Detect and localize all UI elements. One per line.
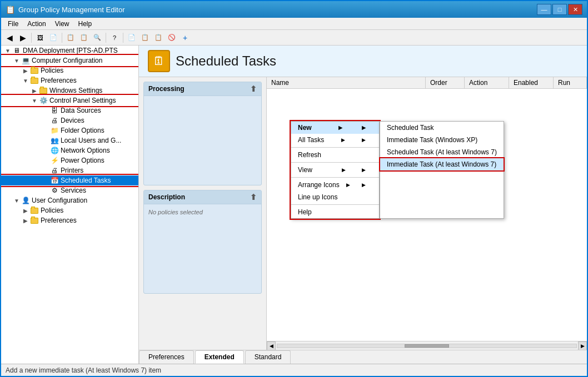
file-button-3[interactable]: 📋 — [152, 32, 165, 44]
menu-action[interactable]: Action — [23, 19, 50, 29]
ctx-arrange-label: Arrange Icons — [298, 181, 340, 189]
tree-services[interactable]: ⚙ Services — [1, 185, 138, 195]
description-text: No policies selected — [148, 209, 203, 215]
policies-2-icon — [30, 206, 39, 215]
description-collapse-btn[interactable]: ⬆ — [250, 193, 257, 202]
paste-button[interactable]: 📋 — [78, 32, 90, 44]
tab-extended[interactable]: Extended — [195, 350, 244, 364]
ctx-sep-2 — [291, 162, 379, 163]
back-button[interactable]: ◀ — [3, 32, 16, 44]
hscroll-left-btn[interactable]: ◀ — [267, 341, 276, 350]
preferences-1-expand-icon[interactable]: ▼ — [21, 78, 30, 84]
minimize-button[interactable]: — — [537, 4, 551, 15]
policies-2-expand-icon[interactable]: ▶ — [21, 208, 30, 214]
search-button[interactable]: 🔍 — [91, 32, 103, 44]
horizontal-scrollbar[interactable]: ◀ ▶ — [267, 341, 587, 350]
help-button[interactable]: ? — [108, 32, 121, 44]
tree-preferences-1[interactable]: ▼ Preferences — [1, 76, 138, 86]
power-options-icon: ⚡ — [50, 156, 59, 165]
tree-network-options[interactable]: 🌐 Network Options — [1, 145, 138, 155]
ctx-sep-1 — [291, 147, 379, 148]
root-expand-icon[interactable]: ▼ — [3, 48, 12, 54]
file-button-2[interactable]: 📋 — [139, 32, 151, 44]
ctx-view-label: View — [298, 166, 312, 174]
control-panel-expand-icon[interactable]: ▼ — [30, 98, 39, 104]
preferences-2-expand-icon[interactable]: ▶ — [21, 218, 30, 224]
description-box-header: Description ⬆ — [144, 190, 261, 204]
submenu-immediate-xp[interactable]: Immediate Task (Windows XP) — [380, 134, 504, 146]
menu-file[interactable]: File — [3, 19, 23, 29]
ctx-arrange[interactable]: Arrange Icons ▶ — [291, 179, 379, 191]
tree-network-options-label: Network Options — [61, 147, 110, 154]
tree-control-panel[interactable]: ▼ ⚙️ Control Panel Settings — [1, 95, 138, 105]
processing-box-header: Processing ⬆ — [144, 82, 261, 96]
tree-root-label: DMA Deployment [PTS-AD.PTS — [23, 47, 118, 54]
file-button-1[interactable]: 📄 — [126, 32, 138, 44]
new-window-button[interactable]: 📄 — [47, 32, 59, 44]
processing-collapse-btn[interactable]: ⬆ — [250, 84, 257, 93]
tree-user-config[interactable]: ▼ 👤 User Configuration — [1, 195, 138, 205]
hscroll-track[interactable] — [277, 344, 577, 348]
hscroll-thumb[interactable] — [405, 344, 449, 348]
preferences-1-icon — [30, 76, 39, 85]
ctx-all-tasks[interactable]: All Tasks ▶ — [291, 134, 379, 146]
menu-view[interactable]: View — [51, 19, 74, 29]
submenu-scheduled-task[interactable]: Scheduled Task — [380, 122, 504, 134]
col-order[interactable]: Order — [426, 77, 465, 88]
ctx-view[interactable]: View ▶ — [291, 164, 379, 176]
tree-preferences-2[interactable]: ▶ Preferences — [1, 215, 138, 225]
submenu-scheduled-w7[interactable]: Scheduled Task (At least Windows 7) — [380, 146, 504, 158]
tree-data-sources[interactable]: 🗄 Data Sources — [1, 105, 138, 115]
tree-policies-2[interactable]: ▶ Policies — [1, 205, 138, 215]
window-title: Group Policy Management Editor — [18, 6, 124, 14]
copy-button[interactable]: 📋 — [64, 32, 77, 44]
ctx-lineup[interactable]: Line up Icons — [291, 191, 379, 203]
stop-button[interactable]: 🚫 — [166, 32, 178, 44]
tab-preferences[interactable]: Preferences — [139, 350, 194, 364]
ctx-refresh-label: Refresh — [298, 151, 321, 159]
tree-printers-label: Printers — [61, 167, 83, 174]
tree-panel: ▼ 🖥 DMA Deployment [PTS-AD.PTS ▼ 💻 Compu… — [1, 46, 139, 364]
control-panel-icon: ⚙️ — [39, 96, 48, 105]
tree-windows-settings[interactable]: ▶ Windows Settings — [1, 86, 138, 95]
col-action[interactable]: Action — [465, 77, 509, 88]
tree-scheduled-tasks[interactable]: 📅 Scheduled Tasks — [1, 175, 138, 185]
user-config-expand-icon[interactable]: ▼ — [12, 198, 21, 204]
tree-devices[interactable]: 🖨 Devices — [1, 115, 138, 125]
app-icon: 📋 — [6, 5, 15, 14]
ctx-refresh[interactable]: Refresh — [291, 149, 379, 161]
ctx-help[interactable]: Help — [291, 206, 379, 218]
col-enabled[interactable]: Enabled — [509, 77, 554, 88]
windows-settings-expand-icon[interactable]: ▶ — [30, 88, 39, 94]
tree-policies-1[interactable]: ▶ Policies — [1, 66, 138, 76]
tree-computer-config[interactable]: ▼ 💻 Computer Configuration — [1, 56, 138, 66]
tree-printers[interactable]: 🖨 Printers — [1, 165, 138, 175]
ctx-sep-4 — [291, 204, 379, 205]
ctx-new[interactable]: New ▶ — [291, 122, 379, 134]
context-menu-container: New ▶ All Tasks ▶ Refresh View ▶ Arrange… — [291, 121, 504, 219]
submenu-immediate-w7[interactable]: Immediate Task (At least Windows 7) — [380, 158, 504, 170]
tree-computer-config-label: Computer Configuration — [32, 57, 102, 64]
col-run[interactable]: Run — [554, 77, 587, 88]
show-hide-tree-button[interactable]: 🖼 — [34, 32, 46, 44]
computer-config-expand-icon[interactable]: ▼ — [12, 58, 21, 64]
policies-1-icon — [30, 66, 39, 75]
menu-help[interactable]: Help — [74, 19, 97, 29]
submenu-immediate-xp-label: Immediate Task (Windows XP) — [387, 136, 477, 144]
tree-root[interactable]: ▼ 🖥 DMA Deployment [PTS-AD.PTS — [1, 46, 138, 56]
tree-power-options[interactable]: ⚡ Power Options — [1, 155, 138, 165]
submenu: Scheduled Task Immediate Task (Windows X… — [380, 121, 504, 219]
close-button[interactable]: ✕ — [568, 4, 582, 15]
add-button[interactable]: + — [179, 32, 191, 44]
forward-button[interactable]: ▶ — [17, 32, 29, 44]
policies-1-expand-icon[interactable]: ▶ — [21, 68, 30, 74]
printers-icon: 🖨 — [50, 166, 59, 175]
tree-folder-options[interactable]: 📁 Folder Options — [1, 125, 138, 135]
maximize-button[interactable]: □ — [552, 4, 567, 15]
description-box: Description ⬆ No policies selected — [143, 190, 262, 294]
tree-local-users[interactable]: 👥 Local Users and G... — [1, 135, 138, 145]
col-name[interactable]: Name — [267, 77, 426, 88]
computer-config-icon: 💻 — [21, 56, 30, 65]
tab-standard[interactable]: Standard — [245, 350, 291, 364]
hscroll-right-btn[interactable]: ▶ — [578, 341, 587, 350]
